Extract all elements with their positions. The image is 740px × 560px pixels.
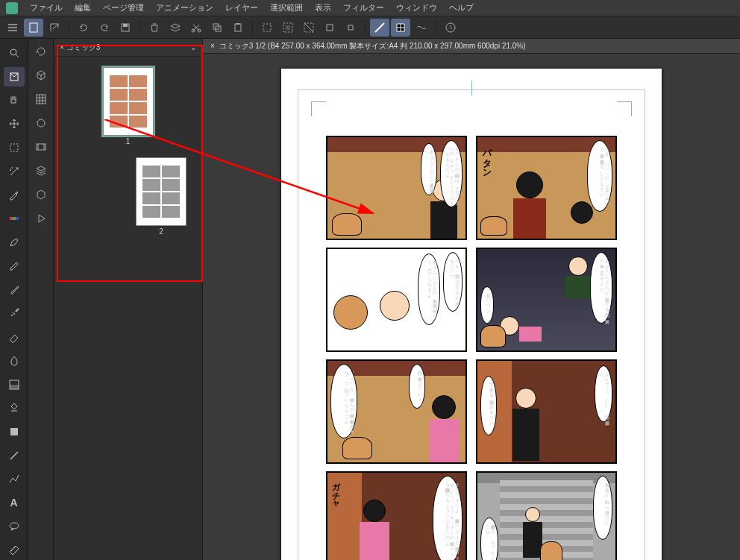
- svg-rect-25: [10, 385, 19, 389]
- snap-special-icon[interactable]: [412, 19, 431, 37]
- svg-point-27: [10, 523, 19, 529]
- color-tool-icon[interactable]: [4, 209, 25, 228]
- wand-tool-icon[interactable]: [4, 162, 25, 181]
- fill-tool-icon[interactable]: [4, 375, 25, 394]
- comic-panel[interactable]: 誰の巣穴 ですって？ いえいえ、 住林さんの収納は 収納力があるねって 話してい…: [326, 359, 467, 464]
- snap-grid-icon[interactable]: [391, 19, 410, 37]
- film-icon[interactable]: [32, 139, 50, 155]
- shape-tool-icon[interactable]: [4, 422, 25, 441]
- speech-bubble: いえいえ、 住林さんの収納は 収納力があるねって 話していたんだよ。: [330, 364, 357, 438]
- menu-filter[interactable]: フィルター: [343, 2, 384, 13]
- play-icon[interactable]: [32, 210, 50, 227]
- move-tool-icon[interactable]: [4, 114, 25, 133]
- svg-rect-12: [327, 25, 333, 31]
- svg-rect-0: [30, 23, 37, 32]
- page-thumbnail-2[interactable]: 2: [136, 157, 186, 236]
- menu-help[interactable]: ヘルプ: [449, 2, 474, 13]
- page-manager-tab[interactable]: × コミック3 ⌄: [54, 39, 202, 57]
- svg-point-22: [13, 313, 15, 315]
- menu-animation[interactable]: アニメーション: [156, 2, 213, 13]
- ruler-tool-icon[interactable]: [4, 541, 25, 560]
- menu-layer[interactable]: レイヤー: [225, 2, 258, 13]
- svg-point-23: [12, 312, 13, 313]
- external-icon[interactable]: [45, 19, 64, 37]
- document-tab[interactable]: × コミック3 1/2 (B4 257.00 x 364.00mm 製本サイズ:…: [203, 39, 740, 54]
- aux-toolbar: [28, 39, 54, 560]
- comic-panel[interactable]: ガチャ そりゃそうよ。住友林業と ハイオク水産がコラボした ハイクオリティの収納…: [326, 471, 467, 560]
- svg-rect-9: [263, 24, 271, 31]
- speech-bubble: なんでこったい。 隠し部屋だ。: [595, 365, 612, 422]
- hand-tool-icon[interactable]: [4, 91, 25, 110]
- comic-panel[interactable]: あざらしさんが 昼寝してる間に 巣穴の中を 見てみよう。 見たいワン。: [476, 248, 617, 352]
- blend-tool-icon[interactable]: [4, 351, 25, 371]
- snap-ruler-icon[interactable]: [370, 19, 389, 37]
- refresh-icon[interactable]: [32, 43, 50, 60]
- eraser-tool-icon[interactable]: [4, 327, 25, 347]
- comic-page-canvas[interactable]: キッチンの収納には タヌコさんの おやつがたくさん 入ってるんだよ。 あざらしの…: [281, 69, 662, 560]
- object-tool-icon[interactable]: [4, 67, 25, 86]
- canvas-viewport[interactable]: キッチンの収納には タヌコさんの おやつがたくさん 入ってるんだよ。 あざらしの…: [203, 54, 740, 560]
- delete-icon[interactable]: [145, 19, 164, 37]
- cropmark-icon: [617, 101, 632, 116]
- svg-rect-20: [16, 217, 19, 220]
- speech-bubble: 下へ降りる 階段があるワン。: [480, 376, 497, 435]
- page-view-icon[interactable]: [24, 19, 43, 37]
- svg-rect-8: [236, 23, 239, 25]
- circle-icon[interactable]: [32, 115, 50, 131]
- eyedropper-tool-icon[interactable]: [4, 186, 25, 205]
- select-all-icon[interactable]: [278, 19, 298, 37]
- menu-file[interactable]: ファイル: [30, 2, 63, 13]
- menu-page-manage[interactable]: ページ管理: [103, 2, 144, 13]
- save-icon[interactable]: [116, 19, 135, 37]
- menubar: ファイル 編集 ページ管理 アニメーション レイヤー 選択範囲 表示 フィルター…: [0, 0, 740, 16]
- tab-label: コミック3: [66, 43, 101, 51]
- top-toolbar: [0, 16, 740, 39]
- paste-icon[interactable]: [228, 19, 248, 37]
- balloon-tool-icon[interactable]: [4, 517, 25, 536]
- brush-tool-icon[interactable]: [4, 280, 25, 300]
- cut-icon[interactable]: [186, 19, 206, 37]
- menu-view[interactable]: 表示: [315, 2, 331, 13]
- polyline-tool-icon[interactable]: [4, 470, 25, 489]
- comic-panel[interactable]: さあ、 つべこべ 言ってないで 子供は 昼寝でも してなさい。 バタン: [476, 136, 617, 240]
- grid-icon[interactable]: [32, 91, 50, 107]
- shrink-sel-icon[interactable]: [341, 19, 360, 37]
- speech-bubble: 誰の巣穴 ですって？: [409, 364, 425, 409]
- layer-icon[interactable]: [166, 19, 185, 37]
- tab-dropdown-icon[interactable]: ⌄: [190, 43, 196, 51]
- search-tool-icon[interactable]: [4, 43, 25, 63]
- doc-close-icon[interactable]: ×: [210, 42, 215, 50]
- cube2-icon[interactable]: [32, 186, 50, 203]
- line-tool-icon[interactable]: [4, 446, 25, 465]
- page-thumbnail-1[interactable]: 1: [103, 67, 154, 145]
- menu-selection[interactable]: 選択範囲: [270, 2, 303, 13]
- deselect-icon[interactable]: [257, 19, 277, 37]
- copy-icon[interactable]: [207, 19, 227, 37]
- cube-icon[interactable]: [32, 67, 50, 84]
- redo-icon[interactable]: [95, 19, 114, 37]
- comic-panel[interactable]: でも、本当に 入ってるか 見てみたいワ あざらしさんの 巣穴も同然。 開けたら …: [326, 248, 467, 352]
- layers-icon[interactable]: [32, 163, 50, 179]
- marquee-tool-icon[interactable]: [4, 138, 25, 157]
- support-icon[interactable]: [441, 19, 460, 37]
- menu-edit[interactable]: 編集: [75, 2, 91, 13]
- expand-sel-icon[interactable]: [320, 19, 339, 37]
- hamburger-icon[interactable]: [3, 19, 22, 37]
- invert-icon[interactable]: [299, 19, 319, 37]
- tab-close-icon[interactable]: ×: [60, 43, 64, 51]
- speech-bubble: キッチンの収納には タヌコさんの おやつがたくさん 入ってるんだよ。: [440, 140, 462, 207]
- text-tool-icon[interactable]: A: [4, 494, 25, 513]
- airbrush-tool-icon[interactable]: [4, 303, 25, 323]
- cropmark-icon: [311, 101, 326, 116]
- svg-rect-7: [235, 24, 241, 31]
- comic-panel[interactable]: 人食い箱とか 出たら嫌だワン。 住友林業さん、 やってくれたな。: [476, 471, 617, 560]
- comic-panel[interactable]: キッチンの収納には タヌコさんの おやつがたくさん 入ってるんだよ。 あざらしの…: [326, 136, 467, 240]
- canvas-area: × コミック3 1/2 (B4 257.00 x 364.00mm 製本サイズ:…: [203, 39, 740, 560]
- menu-window[interactable]: ウィンドウ: [396, 2, 437, 13]
- comic-panel[interactable]: なんでこったい。 隠し部屋だ。 下へ降りる 階段があるワン。: [476, 359, 617, 464]
- gradient-tool-icon[interactable]: [4, 398, 25, 418]
- pen-tool-icon[interactable]: [4, 233, 25, 252]
- pencil-tool-icon[interactable]: [4, 257, 25, 276]
- undo-icon[interactable]: [74, 19, 93, 37]
- sfx-text: バタン: [480, 142, 493, 173]
